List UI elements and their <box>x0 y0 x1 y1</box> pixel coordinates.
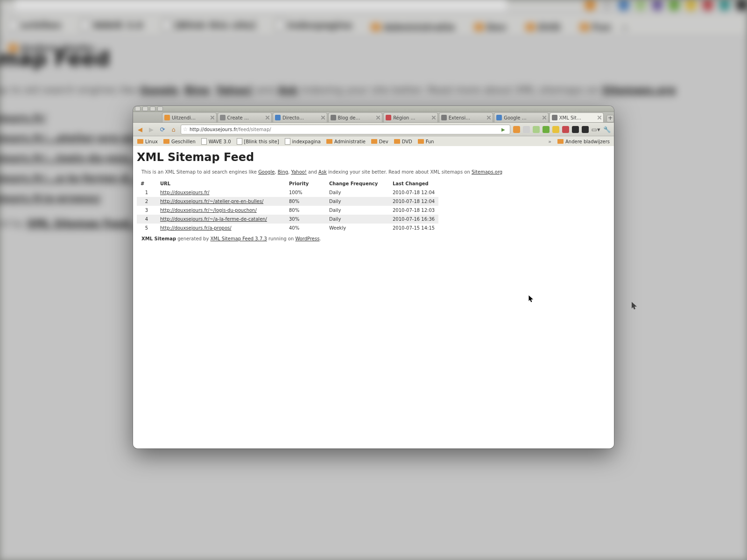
nav-toolbar: ◀ ▶ ⟳ ⌂ ☆ http://douxsejours.fr/feed/sit… <box>133 123 614 136</box>
browser-tab[interactable]: Uitzendi… <box>162 112 217 122</box>
bookmark-item[interactable]: Administratie <box>324 139 368 144</box>
close-tab-icon[interactable] <box>543 116 546 119</box>
table-row: 1http://douxsejours.fr/100%Daily2010-07-… <box>137 188 438 197</box>
ext-icon[interactable] <box>523 126 530 133</box>
intro-text: This is an XML Sitemap to aid search eng… <box>141 169 610 175</box>
sitemap-url-link[interactable]: http://douxsejours.fr/a-propos/ <box>160 225 232 231</box>
go-button[interactable]: ▶ <box>501 127 510 132</box>
close-tab-icon[interactable] <box>376 116 380 119</box>
table-row: 4http://douxsejours.fr/~/a-la-ferme-de-c… <box>137 215 438 224</box>
tab-label: Uitzendi… <box>172 115 196 120</box>
close-tab-icon[interactable] <box>266 116 269 119</box>
favicon-icon <box>496 115 502 120</box>
tab-label: Directo… <box>282 115 304 120</box>
table-row: 5http://douxsejours.fr/a-propos/40%Weekl… <box>137 224 438 232</box>
ext-icon[interactable] <box>562 126 569 133</box>
back-button[interactable]: ◀ <box>136 125 144 133</box>
sitemap-url-link[interactable]: http://douxsejours.fr/~/atelier-pre-en-b… <box>160 199 263 204</box>
ext-icon[interactable] <box>513 126 520 133</box>
bookmark-star-icon[interactable]: ☆ <box>181 126 190 133</box>
bookmark-item[interactable]: WAVE 3.0 <box>199 138 233 145</box>
browser-tab[interactable]: Create … <box>218 112 272 122</box>
bookmark-item[interactable]: DVD <box>392 139 415 144</box>
tab-label: Create … <box>227 115 249 120</box>
url-path: /feed/sitemap/ <box>237 127 271 132</box>
favicon-icon <box>386 115 391 120</box>
ext-icon[interactable] <box>543 126 550 133</box>
window-titlebar[interactable] <box>133 106 614 112</box>
browser-tab[interactable]: Directo… <box>273 112 327 122</box>
close-tab-icon[interactable] <box>598 116 601 119</box>
link-google[interactable]: Google <box>258 169 275 175</box>
url-host: http://douxsejours.fr <box>190 127 237 132</box>
wrench-menu-icon[interactable]: 🔧 <box>603 125 611 133</box>
ext-icon[interactable] <box>572 126 579 133</box>
col-priority: Priority <box>285 179 325 188</box>
link-yahoo[interactable]: Yahoo! <box>291 169 306 175</box>
col-url: URL <box>156 179 285 188</box>
link-ask[interactable]: Ask <box>318 169 327 175</box>
tab-label: Extensi… <box>449 115 471 120</box>
address-bar[interactable]: ☆ http://douxsejours.fr/feed/sitemap/ ▶ <box>181 125 510 134</box>
link-wordpress[interactable]: WordPress <box>295 236 319 241</box>
tab-label: XML Sit… <box>559 115 581 120</box>
page-icon <box>237 138 242 145</box>
generator-footer: XML Sitemap generated by XML Sitemap Fee… <box>141 236 610 241</box>
sitemap-url-link[interactable]: http://douxsejours.fr/~/a-la-ferme-de-ca… <box>160 217 267 222</box>
browser-tab[interactable]: Région … <box>383 112 438 122</box>
close-tab-icon[interactable] <box>487 116 491 119</box>
bookmark-item[interactable]: Linux <box>135 139 160 144</box>
link-plugin[interactable]: XML Sitemap Feed 3.7.3 <box>211 236 267 241</box>
ext-icon[interactable] <box>552 126 559 133</box>
home-button[interactable]: ⌂ <box>169 125 178 133</box>
folder-icon <box>326 139 332 144</box>
sitemap-table: # URL Priority Change Frequency Last Cha… <box>137 179 438 232</box>
bookmarks-overflow-icon[interactable]: » <box>545 139 554 145</box>
close-tab-icon[interactable] <box>432 116 436 119</box>
bookmarks-bar: LinuxGeschillenWAVE 3.0[Blink this site]… <box>133 136 614 147</box>
other-bookmarks[interactable]: Andere bladwijzers <box>555 139 612 144</box>
link-bing[interactable]: Bing <box>278 169 288 175</box>
folder-icon <box>394 139 400 144</box>
col-index: # <box>137 179 156 188</box>
browser-tab[interactable]: Blog de… <box>328 112 383 122</box>
link-sitemaps-org[interactable]: Sitemaps.org <box>472 169 502 175</box>
new-tab-button[interactable]: + <box>606 115 614 122</box>
close-tab-icon[interactable] <box>321 116 325 119</box>
page-icon <box>201 138 207 145</box>
bookmark-item[interactable]: Fun <box>416 139 437 144</box>
page-icon <box>285 138 290 145</box>
browser-window: Uitzendi…Create …Directo…Blog de…Région … <box>133 106 614 448</box>
folder-icon <box>418 139 424 144</box>
close-tab-icon[interactable] <box>211 116 214 119</box>
tab-label: Blog de… <box>338 115 360 120</box>
sitemap-url-link[interactable]: http://douxsejours.fr/~/logis-du-pouchon… <box>160 208 257 213</box>
reload-button[interactable]: ⟳ <box>158 125 167 133</box>
folder-icon <box>557 139 564 144</box>
browser-tab[interactable]: XML Sit… <box>550 112 604 122</box>
ext-icon[interactable] <box>582 126 589 133</box>
page-menu-icon[interactable]: ▭▾ <box>592 125 600 133</box>
bookmark-item[interactable]: [Blink this site] <box>234 138 282 145</box>
browser-tab[interactable]: Extensi… <box>439 112 493 122</box>
col-lastchanged: Last Changed <box>389 179 438 188</box>
page-title: XML Sitemap Feed <box>137 151 610 164</box>
folder-icon <box>137 139 143 144</box>
col-changefreq: Change Frequency <box>325 179 389 188</box>
sitemap-url-link[interactable]: http://douxsejours.fr/ <box>160 190 209 195</box>
bookmark-item[interactable]: indexpagina <box>282 138 323 145</box>
bookmark-item[interactable]: Dev <box>369 139 391 144</box>
page-content: XML Sitemap Feed This is an XML Sitemap … <box>133 146 614 448</box>
favicon-icon <box>220 115 226 120</box>
ext-icon[interactable] <box>533 126 540 133</box>
favicon-icon <box>441 115 447 120</box>
favicon-icon <box>164 115 170 120</box>
folder-icon <box>163 139 169 144</box>
favicon-icon <box>552 115 557 120</box>
forward-button[interactable]: ▶ <box>147 125 155 133</box>
tab-label: Région … <box>393 115 415 120</box>
bookmark-item[interactable]: Geschillen <box>161 139 198 144</box>
browser-tab[interactable]: Google … <box>494 112 549 122</box>
toolbar-extension-icons: ▭▾ 🔧 <box>513 125 611 133</box>
folder-icon <box>371 139 377 144</box>
